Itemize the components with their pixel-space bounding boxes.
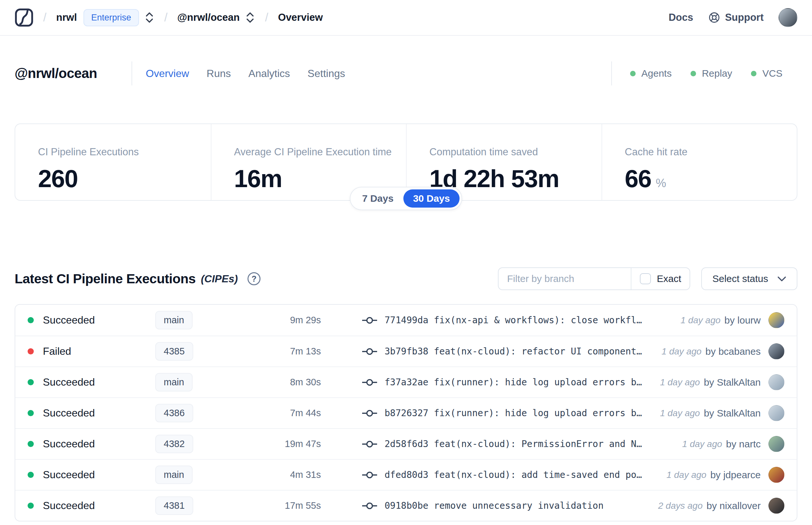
exact-checkbox[interactable] [640, 273, 651, 284]
tab-settings[interactable]: Settings [308, 68, 345, 79]
commit-hash: 3b79fb38 [385, 346, 428, 357]
support-link[interactable]: Support [708, 11, 764, 24]
commit-text: dfed80d3 feat(nx-cloud): add time-saved … [385, 469, 642, 480]
cipe-time-ago: 1 day ago [660, 408, 700, 418]
author-avatar [768, 467, 784, 483]
cipe-meta: 2 days ago by nixallover [658, 498, 784, 514]
org-switcher-icon[interactable] [144, 10, 155, 25]
cipe-time-ago: 2 days ago [658, 501, 703, 511]
branch-badge: 4382 [155, 435, 193, 453]
cipe-duration: 19m 47s [225, 439, 321, 449]
commit-cell: 3b79fb38 feat(nx-cloud): refactor UI com… [362, 346, 652, 357]
cipe-row[interactable]: Succeeded 4381 17m 55s 0918b0be remove u… [15, 490, 797, 521]
user-avatar[interactable] [779, 8, 797, 27]
status-dot [28, 379, 34, 385]
branch-badge: main [155, 373, 193, 391]
cipe-row[interactable]: Succeeded main 9m 29s 771499da fix(nx-ap… [15, 305, 797, 335]
cipe-author: by StalkAltan [704, 377, 761, 388]
cipe-row[interactable]: Succeeded 4382 19m 47s 2d58f6d3 feat(nx-… [15, 428, 797, 459]
exact-label: Exact [657, 273, 681, 284]
tab-overview[interactable]: Overview [146, 68, 189, 79]
commit-cell: 771499da fix(nx-api & workflows): close … [362, 315, 671, 326]
docs-link[interactable]: Docs [669, 12, 693, 24]
cipe-meta: 1 day ago by StalkAltan [660, 374, 784, 390]
branch-column: main [155, 466, 225, 484]
tab-analytics[interactable]: Analytics [248, 68, 290, 79]
breadcrumb-org[interactable]: nrwl Enterprise [56, 9, 155, 26]
cipe-section: Latest CI Pipeline Executions (CIPEs) ? … [15, 265, 797, 522]
commit-icon [362, 439, 378, 449]
branch-column: main [155, 311, 225, 329]
cipe-time-ago: 1 day ago [662, 346, 702, 357]
author-avatar [768, 374, 784, 390]
cipe-header: Latest CI Pipeline Executions (CIPEs) ? … [15, 265, 797, 293]
branch-badge: main [155, 311, 193, 329]
tab-runs[interactable]: Runs [206, 68, 231, 79]
range-7days-button[interactable]: 7 Days [352, 190, 403, 208]
cipe-table: Succeeded main 9m 29s 771499da fix(nx-ap… [15, 304, 797, 522]
cipe-meta: 1 day ago by jdpearce [667, 467, 784, 483]
range-30days-button[interactable]: 30 Days [403, 190, 460, 208]
status-agents[interactable]: Agents [630, 68, 672, 79]
cipe-row[interactable]: Succeeded main 4m 31s dfed80d3 feat(nx-c… [15, 459, 797, 490]
cipe-duration: 9m 29s [225, 315, 321, 326]
cipe-meta: 1 day ago by StalkAltan [660, 405, 784, 421]
cipe-author: by StalkAltan [704, 408, 761, 419]
cipe-meta: 1 day ago by bcabanes [662, 343, 784, 359]
status-dot [28, 472, 34, 478]
branch-column: 4381 [155, 496, 225, 515]
cipe-section-title: Latest CI Pipeline Executions [15, 271, 196, 287]
breadcrumb-separator: / [265, 11, 268, 24]
support-label: Support [725, 12, 764, 24]
cipe-author: by jdpearce [710, 469, 761, 480]
stats-section: CI Pipeline Executions 260 Average CI Pi… [15, 123, 797, 201]
status-select-dropdown[interactable]: Select status [701, 267, 797, 290]
commit-icon [362, 316, 378, 325]
commit-cell: 2d58f6d3 feat(nx-cloud): PermissionError… [362, 439, 672, 449]
cipe-row[interactable]: Failed 4385 7m 13s 3b79fb38 feat(nx-clou… [15, 335, 797, 366]
author-avatar [768, 498, 784, 514]
cipe-meta: 1 day ago by nartc [682, 436, 784, 452]
branch-filter-control: Exact [498, 267, 690, 290]
commit-cell: f37a32ae fix(runner): hide log upload er… [362, 377, 650, 388]
branch-badge: 4385 [155, 342, 193, 361]
commit-text: 0918b0be remove unnecessary invalidation [385, 500, 603, 511]
branch-badge: 4381 [155, 496, 193, 515]
stat-card-executions: CI Pipeline Executions 260 [15, 124, 211, 200]
commit-icon [362, 409, 378, 418]
status-dot [28, 317, 34, 323]
commit-cell: b8726327 fix(runner): hide log upload er… [362, 408, 650, 418]
branch-filter-input[interactable] [499, 268, 631, 289]
commit-message: fix(nx-api & workflows): close workfl… [434, 315, 642, 326]
commit-hash: b8726327 [385, 408, 428, 418]
cipe-time-ago: 1 day ago [680, 315, 720, 326]
nx-cloud-logo-icon[interactable] [15, 8, 33, 27]
breadcrumb-workspace[interactable]: @nrwl/ocean [177, 10, 255, 25]
commit-hash: 2d58f6d3 [385, 439, 428, 449]
author-avatar [768, 312, 784, 328]
stat-card-cache-hit: Cache hit rate 66% [601, 124, 797, 200]
agents-status-dot [630, 71, 635, 76]
cipe-row[interactable]: Succeeded main 8m 30s f37a32ae fix(runne… [15, 366, 797, 397]
vcs-status-dot [751, 71, 756, 76]
cipe-author: by nartc [726, 439, 761, 450]
cipe-row[interactable]: Succeeded 4386 7m 44s b8726327 fix(runne… [15, 397, 797, 428]
status-vcs[interactable]: VCS [751, 68, 782, 79]
status-dot [28, 502, 34, 509]
help-icon[interactable]: ? [247, 272, 260, 285]
commit-text: f37a32ae fix(runner): hide log upload er… [385, 377, 642, 388]
commit-message: fix(runner): hide log upload errors b… [434, 377, 642, 388]
cipe-duration: 7m 13s [225, 346, 321, 357]
workspace-header: @nrwl/ocean Overview Runs Analytics Sett… [0, 62, 812, 85]
workspace-name: @nrwl/ocean [177, 12, 240, 24]
cipe-duration: 7m 44s [225, 408, 321, 418]
status-replay[interactable]: Replay [691, 68, 732, 79]
cipe-status: Succeeded [43, 438, 155, 450]
commit-text: 771499da fix(nx-api & workflows): close … [385, 315, 642, 326]
commit-icon [362, 470, 378, 480]
workspace-switcher-icon[interactable] [245, 10, 255, 25]
commit-hash: 771499da [385, 315, 428, 326]
commit-message: feat(nx-cloud): refactor UI component… [434, 346, 642, 357]
cipe-duration: 17m 55s [225, 500, 321, 511]
cipe-time-ago: 1 day ago [660, 377, 700, 388]
